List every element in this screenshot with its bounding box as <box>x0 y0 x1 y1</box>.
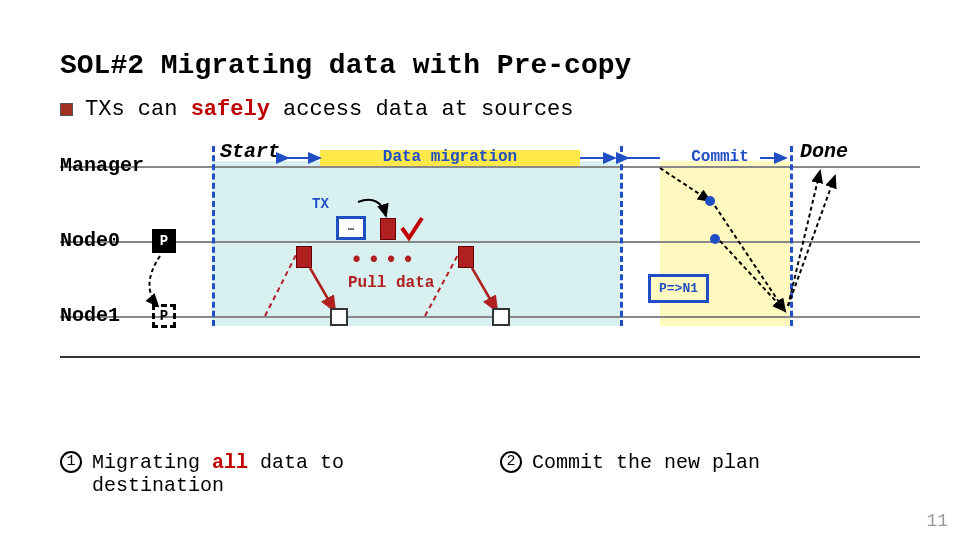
vline-mid <box>620 146 623 326</box>
whiteblock-2 <box>492 308 510 326</box>
p-curve-arrow <box>149 256 160 306</box>
circled-2-icon: 2 <box>500 451 522 473</box>
node1-label: Node1 <box>60 304 120 327</box>
done-label: Done <box>800 140 848 163</box>
baseline <box>60 356 920 358</box>
bullet-pre: TXs can <box>85 97 191 122</box>
step-1: 1 Migrating all data to destination <box>60 451 440 497</box>
bullet-text: TXs can safely access data at sources <box>85 97 574 122</box>
commit-dot-1 <box>705 196 715 206</box>
commit-label: Commit <box>670 148 770 166</box>
step-2-text: Commit the new plan <box>532 451 760 474</box>
tx-box: … <box>336 216 366 240</box>
bullet-square-icon <box>60 103 73 116</box>
page-number: 11 <box>926 511 948 531</box>
p-solid-box: P <box>152 229 176 253</box>
steps-row: 1 Migrating all data to destination 2 Co… <box>60 451 912 497</box>
vline-commit <box>790 146 793 326</box>
slide-title: SOL#2 Migrating data with Pre-copy <box>60 50 912 81</box>
step-2: 2 Commit the new plan <box>500 451 880 497</box>
redblock-node0-2 <box>380 218 396 240</box>
start-label: Start <box>220 140 280 163</box>
step1-em: all <box>212 451 248 474</box>
ellipsis-dots: •••• <box>350 248 419 273</box>
step1-pre: Migrating <box>92 451 212 474</box>
step-1-text: Migrating all data to destination <box>92 451 440 497</box>
vline-start <box>212 146 215 326</box>
migration-label: Data migration <box>350 148 550 166</box>
commit-dot-2 <box>710 234 720 244</box>
redblock-node0-3 <box>458 246 474 268</box>
tx-label: TX <box>312 196 329 212</box>
migration-zone <box>212 161 620 326</box>
bullet-row: TXs can safely access data at sources <box>60 97 912 122</box>
p-dashed-box: P <box>152 304 176 328</box>
circled-1-icon: 1 <box>60 451 82 473</box>
whiteblock-1 <box>330 308 348 326</box>
pull-label: Pull data <box>348 274 434 292</box>
node0-label: Node0 <box>60 229 120 252</box>
timeline-diagram: Manager Node0 Node1 P P Start Done Data … <box>60 146 920 356</box>
manager-label: Manager <box>60 154 144 177</box>
bullet-em: safely <box>191 97 270 122</box>
redblock-node0-1 <box>296 246 312 268</box>
pn1-box: P=>N1 <box>648 274 709 303</box>
bullet-post: access data at sources <box>270 97 574 122</box>
